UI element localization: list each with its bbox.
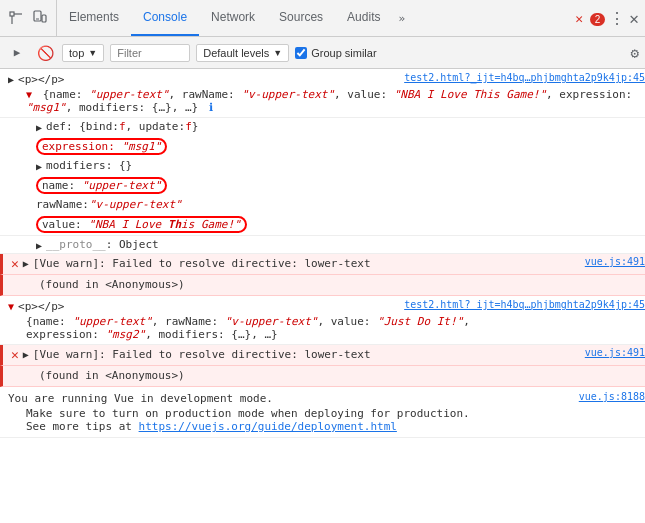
tab-sources[interactable]: Sources (267, 0, 335, 36)
play-icon[interactable]: ▶ (6, 42, 28, 64)
tab-sources-label: Sources (279, 10, 323, 24)
vue-warn-2: ✕ ▶ [Vue warn]: Failed to resolve direct… (0, 345, 645, 366)
expression-highlight: expression: "msg1" (36, 138, 167, 155)
console-toolbar: ▶ 🚫 top ▼ Default levels ▼ Group similar… (0, 37, 645, 69)
log-entry-1: ▶ <p></p> test2.html?_ijt=h4bq…phjbmghta… (0, 69, 645, 118)
vue-warn-1: ✕ ▶ [Vue warn]: Failed to resolve direct… (0, 254, 645, 275)
expand-arrow-2[interactable]: ▼ (8, 301, 14, 312)
log-content-2: <p></p> (18, 299, 396, 315)
log-obj-1: ▼ {name: "upper-text", rawName: "v-upper… (8, 88, 645, 114)
value-entry: value: "NBA I Love This Game!" (0, 214, 645, 236)
filter-input[interactable] (110, 44, 190, 62)
expand-arrow-proto[interactable]: ▶ (36, 240, 42, 251)
proto-entry: ▶ __proto__: Object (0, 236, 645, 254)
vue-warn-content-2: [Vue warn]: Failed to resolve directive:… (33, 347, 577, 363)
tab-audits[interactable]: Audits (335, 0, 392, 36)
expression-entry: expression: "msg1" (0, 136, 645, 157)
log-obj-2b: expression: "msg2", modifiers: {…}, …} (8, 328, 645, 341)
group-similar-label: Group similar (311, 47, 376, 59)
tab-bar: Elements Console Network Sources Audits … (57, 0, 411, 36)
level-selector[interactable]: Default levels ▼ (196, 44, 289, 62)
svg-rect-0 (10, 12, 14, 16)
device-icon[interactable] (30, 8, 50, 28)
context-selector[interactable]: top ▼ (62, 44, 104, 62)
group-similar-checkbox[interactable] (295, 47, 307, 59)
dev-mode-source[interactable]: vue.js:8188 (571, 391, 645, 402)
settings-button[interactable]: ⚙ (631, 45, 639, 61)
devtools-toolbar: Elements Console Network Sources Audits … (0, 0, 645, 37)
dev-mode-line1: You are running Vue in development mode.… (8, 391, 645, 407)
close-devtools-button[interactable]: ✕ (629, 9, 639, 28)
level-dropdown-arrow: ▼ (273, 48, 282, 58)
expand-arrow-warn2[interactable]: ▶ (23, 349, 29, 360)
vue-source-2[interactable]: vue.js:491 (577, 347, 645, 358)
clear-icon[interactable]: 🚫 (34, 42, 56, 64)
tab-console[interactable]: Console (131, 0, 199, 36)
tab-elements[interactable]: Elements (57, 0, 131, 36)
vue-link[interactable]: https://vuejs.org/guide/deployment.html (139, 420, 397, 433)
tab-network[interactable]: Network (199, 0, 267, 36)
vue-source-1[interactable]: vue.js:491 (577, 256, 645, 267)
context-value: top (69, 47, 84, 59)
found-in-1: (found in <Anonymous>) (0, 275, 645, 296)
error-badge: ✕ 2 (575, 11, 605, 26)
tab-audits-label: Audits (347, 10, 380, 24)
log-source-1[interactable]: test2.html?_ijt=h4bq…phjbmghta2p9k4jp:45 (396, 72, 645, 83)
log-entry-2: ▼ <p></p> test2.html? ijt=h4bq…phjbmghta… (0, 296, 645, 345)
error-icon-1: ✕ (11, 256, 19, 271)
tab-network-label: Network (211, 10, 255, 24)
name-highlight: name: "upper-text" (36, 177, 167, 194)
more-tabs-button[interactable]: » (392, 0, 411, 36)
log-obj-2: {name: "upper-text", rawName: "v-upper-t… (8, 315, 645, 328)
inspect-icon[interactable] (6, 8, 26, 28)
error-icon-2: ✕ (11, 347, 19, 362)
expand-arrow-warn1[interactable]: ▶ (23, 258, 29, 269)
tab-elements-label: Elements (69, 10, 119, 24)
expand-arrow-def[interactable]: ▶ (36, 122, 42, 133)
found-in-content-2: (found in <Anonymous>) (39, 368, 645, 384)
svg-rect-4 (42, 15, 46, 22)
expand-arrow-mod[interactable]: ▶ (36, 161, 42, 172)
expand-arrow-1[interactable]: ▶ (8, 74, 14, 85)
expand-arrow-1b[interactable]: ▼ (26, 89, 32, 100)
error-count: 2 (590, 13, 606, 26)
dev-mode-line3: See more tips at https://vuejs.org/guide… (8, 420, 645, 433)
rawname-entry: rawName: "v-upper-text" (0, 196, 645, 214)
toolbar-left-icons (0, 0, 57, 36)
toolbar-right: ✕ 2 ⋮ ✕ (575, 9, 645, 28)
more-options-button[interactable]: ⋮ (609, 9, 625, 28)
context-dropdown-arrow: ▼ (88, 48, 97, 58)
name-entry: name: "upper-text" (0, 175, 645, 196)
level-value: Default levels (203, 47, 269, 59)
tab-console-label: Console (143, 10, 187, 24)
log-content-1: <p></p> (18, 72, 396, 88)
modifiers-entry: ▶ modifiers: {} (0, 157, 645, 175)
dev-mode-line2: Make sure to turn on production mode whe… (8, 407, 645, 420)
dev-mode-entry: You are running Vue in development mode.… (0, 387, 645, 438)
def-entry: ▶ def: {bind: f, update: f} (0, 118, 645, 136)
value-highlight: value: "NBA I Love This Game!" (36, 216, 247, 233)
vue-warn-content-1: [Vue warn]: Failed to resolve directive:… (33, 256, 577, 272)
found-in-2: (found in <Anonymous>) (0, 366, 645, 387)
info-icon-1: ℹ (209, 101, 213, 114)
found-in-content-1: (found in <Anonymous>) (39, 277, 645, 293)
group-similar-container[interactable]: Group similar (295, 47, 376, 59)
log-source-2[interactable]: test2.html? ijt=h4bq…phjbmghta2p9k4jp:45 (396, 299, 645, 310)
console-content: ▶ <p></p> test2.html?_ijt=h4bq…phjbmghta… (0, 69, 645, 523)
